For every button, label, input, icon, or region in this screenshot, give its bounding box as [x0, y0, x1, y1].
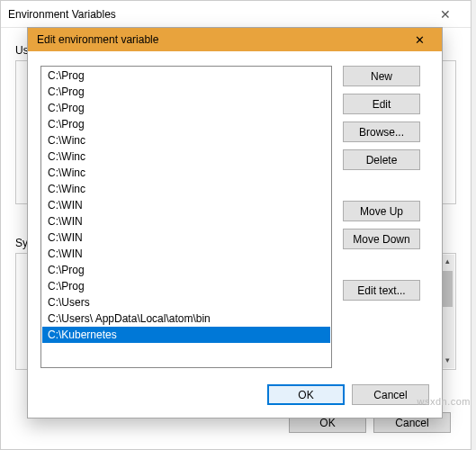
path-row[interactable]: C:\Winc [42, 181, 330, 197]
scroll-thumb[interactable] [442, 271, 453, 307]
path-row[interactable]: C:\Prog [42, 84, 330, 100]
close-icon[interactable]: ✕ [427, 7, 463, 22]
bg-titlebar: Environment Variables ✕ [1, 1, 471, 28]
path-listbox[interactable]: C:\ProgC:\ProgC:\ProgC:\ProgC:\WincC:\Wi… [40, 66, 332, 368]
edit-footer: OK Cancel [28, 377, 442, 418]
path-row[interactable]: C:\WIN [42, 230, 330, 246]
path-row[interactable]: C:\Prog [42, 100, 330, 116]
side-buttons: New Edit Browse... Delete Move Up Move D… [343, 66, 429, 368]
close-icon[interactable]: ✕ [402, 31, 436, 49]
path-row[interactable]: C:\Winc [42, 148, 330, 165]
edit-text-button[interactable]: Edit text... [343, 280, 420, 301]
path-row[interactable]: C:\Users\ AppData\Local\atom\bin [42, 310, 330, 327]
path-row[interactable]: C:\Users [42, 294, 330, 310]
path-row[interactable]: C:\WIN [42, 213, 330, 230]
edit-titlebar[interactable]: Edit environment variable ✕ [28, 28, 442, 51]
bg-title: Environment Variables [8, 8, 116, 21]
edit-environment-variable-dialog: Edit environment variable ✕ C:\ProgC:\Pr… [27, 27, 443, 418]
edit-dialog-title: Edit environment variable [37, 33, 158, 46]
edit-button[interactable]: Edit [343, 94, 420, 114]
path-row[interactable]: C:\Winc [42, 132, 330, 148]
new-button[interactable]: New [343, 66, 420, 86]
move-down-button[interactable]: Move Down [343, 229, 420, 249]
path-row[interactable]: C:\Prog [42, 116, 330, 132]
path-row[interactable]: C:\Prog [42, 262, 330, 278]
browse-button[interactable]: Browse... [343, 122, 420, 142]
path-row[interactable]: C:\Prog [42, 68, 330, 84]
path-row[interactable]: C:\Kubernetes [42, 327, 330, 343]
path-row[interactable]: C:\Winc [42, 165, 330, 181]
path-row[interactable]: C:\WIN [42, 197, 330, 213]
edit-body: C:\ProgC:\ProgC:\ProgC:\ProgC:\WincC:\Wi… [28, 51, 442, 377]
path-row[interactable]: C:\Prog [42, 278, 330, 294]
ok-button[interactable]: OK [267, 384, 345, 405]
path-row[interactable]: C:\WIN [42, 246, 330, 262]
move-up-button[interactable]: Move Up [343, 201, 420, 221]
watermark: wsxdn.com [417, 396, 471, 407]
delete-button[interactable]: Delete [343, 149, 420, 170]
